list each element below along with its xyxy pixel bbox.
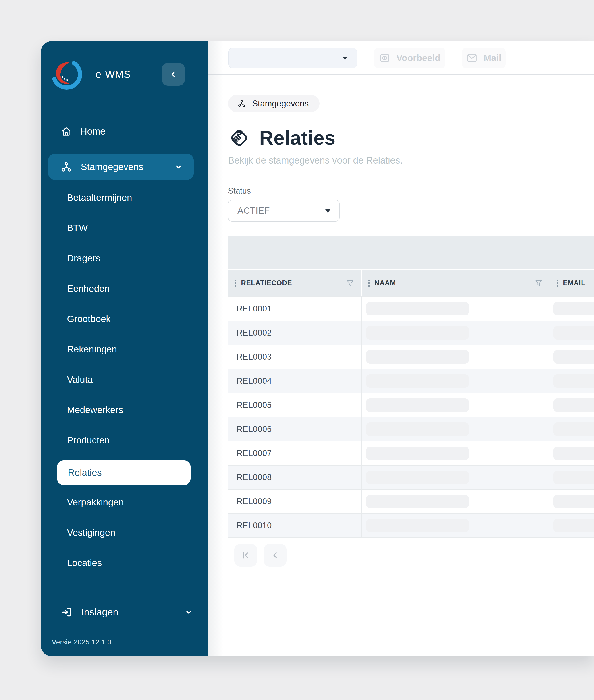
redacted-value-bar (553, 326, 594, 340)
status-label: Status (228, 186, 594, 196)
relatiecode-cell: REL0005 (229, 393, 361, 417)
sidebar: e-WMS Home Stamgegevens BetaaltermijnenB… (41, 41, 207, 656)
previous-page-button[interactable] (264, 544, 287, 567)
sidebar-item-vestigingen[interactable]: Vestigingen (67, 526, 207, 539)
caret-down-icon (325, 209, 330, 213)
table-row[interactable]: REL0009 (229, 489, 594, 513)
sidebar-item-valuta[interactable]: Valuta (67, 373, 207, 386)
naam-cell (361, 417, 550, 441)
filter-funnel-icon[interactable] (345, 278, 355, 288)
breadcrumb[interactable]: Stamgegevens (228, 95, 320, 112)
email-cell (550, 393, 594, 417)
top-toolbar: Voorbeeld Mail (207, 41, 594, 75)
relatiecode-cell: REL0001 (229, 297, 361, 321)
sidebar-item-dragers[interactable]: Dragers (67, 252, 207, 265)
title-row: Relaties (228, 127, 594, 149)
sidebar-item-locaties[interactable]: Locaties (67, 556, 207, 570)
email-cell (550, 514, 594, 537)
naam-cell (361, 393, 550, 417)
table-row[interactable]: REL0002 (229, 321, 594, 345)
table-row[interactable]: REL0004 (229, 369, 594, 393)
email-cell (550, 490, 594, 513)
drag-handle-icon[interactable] (235, 280, 236, 287)
sidebar-item-grootboek[interactable]: Grootboek (67, 312, 207, 326)
caret-down-icon (342, 57, 348, 60)
table-row[interactable]: REL0008 (229, 465, 594, 489)
sidebar-bottom: Inslagen Versie 2025.12.1.3 (41, 590, 207, 646)
relaties-table: RELATIECODE NAAM EMAIL REL0001REL0002REL… (228, 236, 594, 573)
table-group-panel (229, 236, 594, 270)
app-title: e-WMS (96, 68, 131, 80)
sidebar-collapse-button[interactable] (162, 63, 185, 86)
relatiecode-cell: REL0004 (229, 369, 361, 393)
relatiecode-cell: REL0006 (229, 417, 361, 441)
column-header-naam[interactable]: NAAM (361, 270, 550, 296)
redacted-value-bar (366, 350, 469, 363)
redacted-value-bar (366, 495, 469, 508)
sidebar-submenu: BetaaltermijnenBTWDragersEenhedenGrootbo… (41, 191, 207, 570)
redacted-value-bar (366, 422, 469, 436)
column-header-email[interactable]: EMAIL (550, 270, 594, 296)
table-row[interactable]: REL0001 (229, 296, 594, 321)
email-cell (550, 417, 594, 441)
sidebar-item-btw[interactable]: BTW (67, 221, 207, 235)
sidebar-group-label: Inslagen (81, 606, 184, 618)
chevron-down-icon (174, 162, 184, 172)
redacted-value-bar (553, 398, 594, 412)
sidebar-item-home[interactable]: Home (60, 125, 194, 138)
page-title: Relaties (259, 127, 336, 149)
sidebar-item-eenheden[interactable]: Eenheden (67, 282, 207, 295)
sidebar-item-betaaltermijnen[interactable]: Betaaltermijnen (67, 191, 207, 204)
voorbeeld-button[interactable]: Voorbeeld (374, 47, 446, 68)
login-arrow-icon (60, 606, 73, 618)
email-cell (550, 465, 594, 489)
redacted-value-bar (553, 374, 594, 388)
relatiecode-cell: REL0007 (229, 442, 361, 465)
sidebar-item-rekeningen[interactable]: Rekeningen (67, 343, 207, 356)
mail-button[interactable]: Mail (462, 47, 506, 68)
redacted-value-bar (553, 422, 594, 436)
table-row[interactable]: REL0005 (229, 393, 594, 417)
chevron-left-icon (270, 550, 280, 561)
status-select-value: ACTIEF (237, 206, 270, 216)
filter-funnel-icon[interactable] (534, 278, 543, 288)
drag-handle-icon[interactable] (368, 280, 369, 287)
app-window: e-WMS Home Stamgegevens BetaaltermijnenB… (41, 41, 594, 656)
naam-cell (361, 514, 550, 537)
table-row[interactable]: REL0007 (229, 441, 594, 465)
home-icon (60, 126, 72, 137)
column-header-label: NAAM (374, 279, 396, 287)
chevron-left-icon (168, 69, 178, 79)
report-select[interactable] (229, 47, 357, 68)
sidebar-item-medewerkers[interactable]: Medewerkers (67, 403, 207, 417)
drag-handle-icon[interactable] (557, 280, 558, 287)
sidebar-group-inslagen[interactable]: Inslagen (60, 605, 194, 620)
sidebar-item-label: Home (80, 126, 105, 137)
redacted-value-bar (553, 447, 594, 460)
sidebar-divider (57, 590, 177, 590)
table-row[interactable]: REL0003 (229, 345, 594, 369)
table-row[interactable]: REL0006 (229, 417, 594, 441)
table-body: REL0001REL0002REL0003REL0004REL0005REL00… (229, 296, 594, 537)
redacted-value-bar (553, 495, 594, 508)
table-row[interactable]: REL0010 (229, 513, 594, 537)
naam-cell (361, 297, 550, 321)
first-page-button[interactable] (234, 544, 257, 567)
relatiecode-cell: REL0008 (229, 465, 361, 489)
relatiecode-cell: REL0003 (229, 345, 361, 369)
sidebar-item-producten[interactable]: Producten (67, 434, 207, 447)
mail-button-label: Mail (484, 53, 501, 63)
redacted-value-bar (366, 374, 469, 388)
sidebar-item-verpakkingen[interactable]: Verpakkingen (67, 496, 207, 509)
sidebar-item-relaties[interactable]: Relaties (57, 460, 191, 485)
page-content: Stamgegevens Relaties Bekijk de stamgege… (207, 75, 594, 656)
logo-row: e-WMS (50, 57, 199, 92)
version-text: Versie 2025.12.1.3 (52, 638, 207, 646)
status-select[interactable]: ACTIEF (228, 200, 340, 221)
redacted-value-bar (366, 519, 469, 532)
email-cell (550, 345, 594, 369)
column-header-relatiecode[interactable]: RELATIECODE (229, 270, 361, 296)
column-header-label: RELATIECODE (241, 279, 292, 287)
sidebar-group-stamgegevens[interactable]: Stamgegevens (48, 154, 194, 180)
breadcrumb-label: Stamgegevens (252, 99, 309, 108)
